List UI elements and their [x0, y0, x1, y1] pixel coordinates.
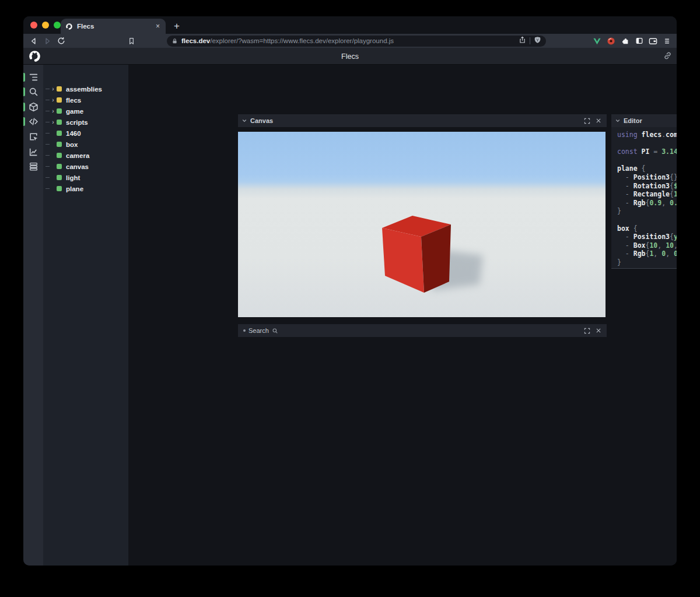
sidebar-cube-icon[interactable] — [23, 100, 43, 113]
brave-shield-icon[interactable] — [534, 36, 541, 46]
entity-color-square — [57, 86, 62, 92]
code-line: } — [617, 207, 677, 216]
code-line: - Rotation3{$PI/2} — [617, 182, 677, 191]
code-line: - Rgb{0.9, 0.9, 0.9} — [617, 199, 677, 208]
sidebar-rows-icon[interactable] — [23, 160, 43, 173]
cube-icon — [29, 102, 38, 112]
code-editor[interactable]: using flecs.components.*const PI = 3.141… — [611, 127, 677, 269]
entity-color-square — [57, 175, 62, 180]
sidebar-chart-icon[interactable] — [23, 145, 43, 158]
tree-item-flecs[interactable]: ›flecs — [43, 94, 128, 106]
entity-color-square — [57, 97, 62, 103]
lock-icon — [172, 38, 178, 44]
code-line: - Position3{y: 5} — [617, 233, 677, 241]
tree-connector — [46, 100, 50, 100]
entity-color-square — [57, 108, 62, 114]
extensions-row — [592, 36, 672, 46]
code-line: - Rgb{1, 0, 0} — [617, 250, 677, 258]
sidebar-search-icon[interactable] — [23, 86, 43, 99]
link-icon[interactable] — [663, 51, 672, 60]
tree-item-1460[interactable]: ›1460 — [43, 128, 128, 139]
tree-item-game[interactable]: ›game — [43, 106, 128, 117]
code-line: box { — [617, 224, 677, 233]
back-icon[interactable] — [28, 36, 38, 46]
entity-label: light — [66, 174, 80, 181]
menu-icon[interactable] — [662, 36, 672, 46]
tree-connector — [46, 122, 50, 122]
tree-connector — [46, 111, 50, 111]
tree-connector — [46, 188, 50, 189]
code-line — [617, 139, 677, 148]
entity-label: camera — [66, 152, 89, 159]
fullscreen-icon[interactable] — [582, 326, 592, 335]
browser-window: Flecs × + flecs.dev/explorer/?wasm=https… — [23, 16, 677, 566]
code-line: using flecs.components.* — [617, 131, 677, 139]
red-extension-icon[interactable] — [606, 36, 616, 46]
close-icon[interactable] — [594, 116, 603, 125]
extensions-puzzle-icon[interactable] — [620, 36, 630, 46]
editor-panel-title: Editor — [624, 117, 642, 124]
share-icon[interactable] — [519, 36, 526, 46]
zoom-window-button[interactable] — [54, 22, 61, 29]
entity-label: box — [66, 141, 78, 148]
code-line: } — [617, 258, 677, 267]
search-panel-header: Search — [238, 324, 607, 337]
wallet-icon[interactable] — [648, 36, 658, 46]
code-line: - Position3{} — [617, 173, 677, 182]
minimize-window-button[interactable] — [42, 22, 49, 29]
expand-chevron-icon[interactable]: › — [50, 120, 56, 125]
canvas-3d-viewport[interactable] — [238, 132, 606, 317]
chart-icon — [29, 147, 38, 157]
expand-chevron-icon[interactable]: › — [50, 97, 56, 103]
sidebar-toggle-icon[interactable] — [634, 36, 644, 46]
expand-chevron-icon[interactable]: › — [50, 86, 56, 92]
entity-color-square — [57, 186, 62, 191]
url-bar[interactable]: flecs.dev/explorer/?wasm=https://www.fle… — [167, 36, 546, 47]
code-line — [617, 156, 677, 165]
chevron-down-icon[interactable] — [242, 118, 247, 124]
fullscreen-icon[interactable] — [582, 116, 592, 125]
sidebar-tree-icon[interactable] — [23, 71, 43, 83]
expand-chevron-icon[interactable]: › — [50, 108, 56, 114]
forward-icon[interactable] — [42, 36, 52, 46]
close-icon[interactable] — [594, 326, 603, 335]
tree-connector — [46, 155, 50, 156]
close-window-button[interactable] — [30, 22, 37, 29]
page-title: Flecs — [23, 48, 677, 65]
entity-label: canvas — [66, 163, 89, 170]
tree-connector — [46, 144, 50, 145]
tab-title: Flecs — [77, 23, 155, 30]
entity-color-square — [57, 164, 62, 169]
url-text: flecs.dev/explorer/?wasm=https://www.fle… — [181, 37, 519, 44]
browser-tab[interactable]: Flecs × — [61, 19, 166, 34]
sidebar-inspect-icon[interactable] — [23, 130, 43, 143]
tree-connector — [46, 89, 50, 89]
tree-item-scripts[interactable]: ›scripts — [43, 117, 128, 128]
tree-item-light[interactable]: ›light — [43, 172, 128, 183]
collapsed-dot-icon[interactable] — [243, 329, 246, 332]
tree-item-canvas[interactable]: ›canvas — [43, 161, 128, 172]
tree-item-box[interactable]: ›box — [43, 139, 128, 150]
tree-item-assemblies[interactable]: ›assemblies — [43, 83, 128, 94]
cube-front-face — [382, 228, 424, 293]
tree-item-camera[interactable]: ›camera — [43, 150, 128, 161]
red-cube-scene — [238, 132, 606, 317]
reload-icon[interactable] — [56, 36, 66, 46]
code-line — [617, 216, 677, 224]
inspect-icon — [29, 132, 38, 142]
app-header: Flecs — [23, 48, 677, 65]
code-line: - Box{10, 10, 10} — [617, 241, 677, 250]
entity-color-square — [57, 120, 62, 125]
url-domain: flecs.dev — [181, 37, 210, 44]
new-tab-button[interactable]: + — [169, 19, 184, 34]
url-divider — [530, 37, 530, 44]
bookmark-icon[interactable] — [126, 36, 136, 46]
tree-item-plane[interactable]: ›plane — [43, 183, 128, 194]
tab-close-icon[interactable]: × — [155, 22, 161, 30]
vue-devtools-icon[interactable] — [592, 36, 602, 46]
code-line: const PI = 3.1415926 — [617, 148, 677, 156]
sidebar-code-icon[interactable] — [23, 115, 43, 128]
tree-connector — [46, 166, 50, 167]
chevron-down-icon[interactable] — [615, 118, 621, 124]
entity-label: assemblies — [66, 86, 102, 93]
